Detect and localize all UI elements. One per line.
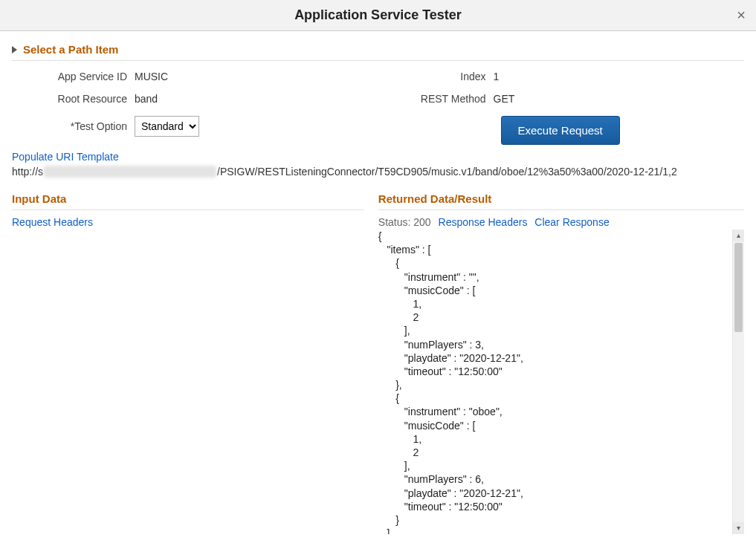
- result-scrollbar[interactable]: ▴ ▾: [732, 230, 744, 534]
- url-redacted-segment: [44, 166, 216, 178]
- close-icon[interactable]: ×: [737, 7, 746, 22]
- test-option-select[interactable]: Standard: [135, 116, 199, 137]
- input-data-heading: Input Data: [12, 188, 364, 210]
- response-headers-link[interactable]: Response Headers: [439, 216, 528, 228]
- status-code: 200: [413, 216, 430, 228]
- test-option-label: *Test Option: [12, 120, 135, 132]
- select-path-item-expander[interactable]: Select a Path Item: [12, 40, 744, 61]
- scroll-up-icon[interactable]: ▴: [733, 230, 744, 241]
- page-title: Application Service Tester: [294, 7, 462, 23]
- index-label: Index: [378, 71, 494, 82]
- app-service-id-value: MUSIC: [135, 71, 168, 82]
- scroll-thumb[interactable]: [734, 243, 743, 332]
- populate-uri-template-link[interactable]: Populate URI Template: [12, 151, 119, 163]
- url-prefix: http://s: [12, 166, 43, 178]
- execute-request-button[interactable]: Execute Request: [501, 116, 620, 145]
- expander-label: Select a Path Item: [23, 43, 118, 56]
- url-display: http://s /PSIGW/RESTListeningConnector/T…: [12, 164, 744, 188]
- root-resource-label: Root Resource: [12, 93, 135, 105]
- triangle-right-icon: [12, 46, 17, 53]
- root-resource-value: band: [135, 93, 158, 105]
- result-json: { "items" : [ { "instrument" : "", "musi…: [378, 230, 732, 534]
- rest-method-label: REST Method: [378, 93, 494, 105]
- clear-response-link[interactable]: Clear Response: [534, 216, 609, 228]
- rest-method-value: GET: [494, 93, 515, 105]
- app-service-id-label: App Service ID: [12, 71, 135, 82]
- url-suffix: /PSIGW/RESTListeningConnector/T59CD905/m…: [217, 166, 677, 178]
- index-value: 1: [494, 71, 500, 82]
- scroll-down-icon[interactable]: ▾: [733, 522, 744, 534]
- returned-data-heading: Returned Data/Result: [378, 188, 744, 210]
- status-label: Status:: [378, 216, 411, 228]
- request-headers-link[interactable]: Request Headers: [12, 216, 93, 228]
- title-bar: Application Service Tester ×: [0, 0, 756, 31]
